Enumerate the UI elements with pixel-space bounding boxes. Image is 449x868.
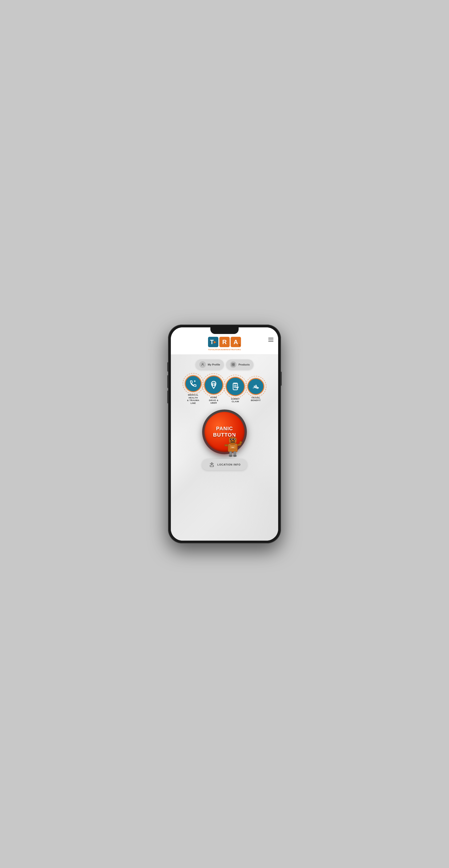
panic-section: PANIC BUTTON TRA xyxy=(174,409,275,454)
home-drive-item[interactable]: HOMEDRIVE &UBER xyxy=(204,376,223,405)
panic-line1: PANIC xyxy=(216,426,233,431)
logo-tile-r: R xyxy=(219,337,230,347)
volume-up-button xyxy=(167,362,168,372)
features-grid: MEDICALHEALTH& TRAUMALINE xyxy=(174,375,275,405)
location-section: LOCATION INFO xyxy=(174,459,275,470)
location-info-button[interactable]: LOCATION INFO xyxy=(202,459,247,470)
home-drive-icon-circle xyxy=(204,376,223,395)
logo-tiles: T▶ R A xyxy=(208,337,241,347)
location-info-label: LOCATION INFO xyxy=(218,463,241,466)
home-drive-label: HOMEDRIVE &UBER xyxy=(209,396,218,405)
svg-point-31 xyxy=(233,455,237,457)
car-location-icon xyxy=(209,380,218,390)
medical-label: MEDICALHEALTH& TRAUMALINE xyxy=(187,394,199,405)
hamburger-line xyxy=(268,339,274,340)
svg-rect-4 xyxy=(233,365,235,366)
phone-notch xyxy=(211,328,238,334)
medical-icon-circle xyxy=(185,375,201,392)
products-button[interactable]: Products xyxy=(226,360,253,370)
hamburger-line xyxy=(268,338,274,338)
location-svg xyxy=(209,462,214,467)
location-icon xyxy=(209,461,215,468)
home-drive-icon-wrapper xyxy=(204,376,223,395)
volume-down-button xyxy=(167,375,168,388)
submit-claim-icon-wrapper xyxy=(226,377,245,396)
phone-medical-icon xyxy=(189,380,197,388)
panic-container: PANIC BUTTON TRA xyxy=(202,409,247,454)
my-profile-button[interactable]: My Profile xyxy=(196,360,224,370)
travel-icon-wrapper xyxy=(248,378,264,395)
travel-benefit-item[interactable]: TRAVELBENEFIT xyxy=(248,378,264,402)
svg-rect-3 xyxy=(232,365,233,366)
panic-button-text: PANIC BUTTON xyxy=(213,426,236,438)
app-logo: T▶ R A TOTALRISKADMINISTRATORS xyxy=(208,337,241,351)
svg-point-7 xyxy=(214,385,215,385)
clipboard-icon xyxy=(231,382,240,391)
submit-claim-label: SUBMITCLAIM xyxy=(231,398,240,403)
logo-tile-t: T▶ xyxy=(208,337,218,347)
medical-icon-wrapper xyxy=(185,375,201,392)
hamburger-line xyxy=(268,341,274,341)
phone-screen: T▶ R A TOTALRISKADMINISTRATORS xyxy=(171,328,278,540)
phone-device: T▶ R A TOTALRISKADMINISTRATORS xyxy=(168,324,281,544)
profile-icon xyxy=(199,361,206,368)
main-content: My Profile Products xyxy=(171,355,278,540)
svg-rect-33 xyxy=(210,465,214,467)
panic-line2: BUTTON xyxy=(213,432,236,438)
submit-claim-icon-circle xyxy=(226,377,245,396)
panic-outer-ring: PANIC BUTTON xyxy=(202,409,247,454)
nav-buttons-row: My Profile Products xyxy=(174,360,275,370)
products-label: Products xyxy=(238,363,250,366)
power-button xyxy=(281,372,282,386)
medical-health-item[interactable]: MEDICALHEALTH& TRAUMALINE xyxy=(185,375,201,405)
my-profile-label: My Profile xyxy=(208,363,220,366)
logo-tagline: TOTALRISKADMINISTRATORS xyxy=(208,348,241,351)
silent-switch xyxy=(167,391,168,403)
submit-claim-item[interactable]: SUBMITCLAIM xyxy=(226,377,245,403)
products-icon xyxy=(230,361,236,368)
svg-point-6 xyxy=(213,385,213,385)
hamburger-menu-button[interactable] xyxy=(268,338,274,341)
travel-label: TRAVELBENEFIT xyxy=(251,397,261,402)
travel-icon-circle xyxy=(248,378,264,395)
panic-button[interactable]: PANIC BUTTON xyxy=(204,412,245,452)
svg-point-0 xyxy=(202,363,203,365)
logo-tile-a: A xyxy=(231,337,241,347)
plane-icon xyxy=(252,383,260,390)
svg-point-30 xyxy=(229,455,232,457)
svg-rect-2 xyxy=(233,363,235,364)
svg-rect-1 xyxy=(232,363,233,364)
